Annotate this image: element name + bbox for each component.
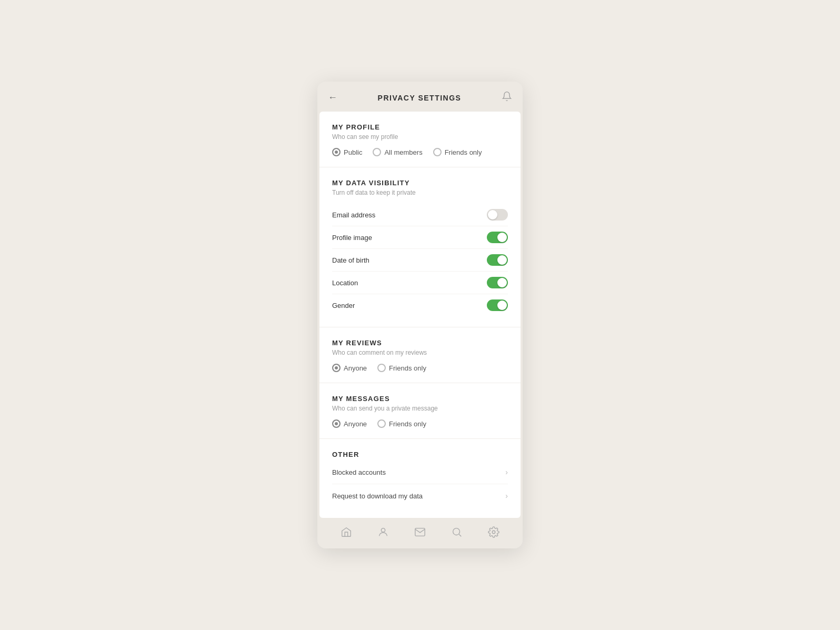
toggle-row-gender: Gender xyxy=(332,294,508,316)
radio-messages-friends-label: Friends only xyxy=(389,420,426,428)
my-messages-title: MY MESSAGES xyxy=(332,395,508,403)
bell-icon[interactable] xyxy=(502,91,512,104)
top-bar: ← PRIVACY SETTINGS xyxy=(317,82,523,112)
toggle-row-location: Location xyxy=(332,272,508,294)
radio-public-label: Public xyxy=(344,148,362,156)
my-data-title: MY DATA VISIBILITY xyxy=(332,179,508,187)
svg-rect-1 xyxy=(415,528,425,536)
reviews-option-friends-only[interactable]: Friends only xyxy=(377,364,426,372)
toggle-row-dob: Date of birth xyxy=(332,249,508,272)
radio-all-members-label: All members xyxy=(384,148,422,156)
back-icon[interactable]: ← xyxy=(328,92,337,103)
profile-option-all-members[interactable]: All members xyxy=(373,148,422,156)
my-profile-radio-group: Public All members Friends only xyxy=(332,148,508,156)
my-profile-subtitle: Who can see my profile xyxy=(332,133,508,141)
list-item-download-data[interactable]: Request to download my data › xyxy=(332,484,508,507)
toggle-location[interactable] xyxy=(487,277,508,288)
toggle-dob[interactable] xyxy=(487,254,508,266)
download-data-chevron-icon: › xyxy=(505,492,508,500)
list-item-blocked-accounts[interactable]: Blocked accounts › xyxy=(332,461,508,484)
nav-profile-icon[interactable] xyxy=(376,525,390,539)
toggle-gender-thumb xyxy=(497,301,507,310)
my-messages-radio-group: Anyone Friends only xyxy=(332,419,508,428)
toggle-gender[interactable] xyxy=(487,299,508,311)
svg-point-3 xyxy=(492,531,495,534)
messages-option-anyone[interactable]: Anyone xyxy=(332,419,367,428)
toggle-location-thumb xyxy=(497,278,507,287)
radio-reviews-friends-circle xyxy=(377,364,386,372)
radio-friends-only-label: Friends only xyxy=(445,148,482,156)
radio-reviews-friends-label: Friends only xyxy=(389,364,426,372)
other-title: OTHER xyxy=(332,451,508,458)
download-data-label: Request to download my data xyxy=(332,492,423,500)
radio-public-circle xyxy=(332,148,341,156)
toggle-dob-thumb xyxy=(497,255,507,265)
section-my-messages: MY MESSAGES Who can send you a private m… xyxy=(319,383,521,439)
toggle-row-email: Email address xyxy=(332,204,508,226)
toggle-profile-image[interactable] xyxy=(487,232,508,243)
radio-all-members-circle xyxy=(373,148,381,156)
profile-option-public[interactable]: Public xyxy=(332,148,362,156)
radio-reviews-anyone-circle xyxy=(332,364,341,372)
my-reviews-subtitle: Who can comment on my reviews xyxy=(332,349,508,356)
section-other: OTHER Blocked accounts › Request to down… xyxy=(319,439,521,518)
phone-shell: ← PRIVACY SETTINGS MY PROFILE Who can se… xyxy=(317,82,523,548)
nav-settings-icon[interactable] xyxy=(487,525,501,539)
section-my-data-visibility: MY DATA VISIBILITY Turn off data to keep… xyxy=(319,167,521,327)
messages-option-friends-only[interactable]: Friends only xyxy=(377,419,426,428)
toggle-email[interactable] xyxy=(487,209,508,221)
radio-messages-anyone-circle xyxy=(332,419,341,428)
section-my-reviews: MY REVIEWS Who can comment on my reviews… xyxy=(319,327,521,383)
radio-friends-only-circle xyxy=(433,148,442,156)
my-profile-title: MY PROFILE xyxy=(332,123,508,131)
svg-point-2 xyxy=(453,528,460,535)
radio-reviews-anyone-label: Anyone xyxy=(344,364,367,372)
nav-mail-icon[interactable] xyxy=(413,525,427,539)
nav-search-icon[interactable] xyxy=(450,525,464,539)
nav-home-icon[interactable] xyxy=(339,525,353,539)
my-reviews-title: MY REVIEWS xyxy=(332,339,508,347)
section-my-profile: MY PROFILE Who can see my profile Public… xyxy=(319,112,521,167)
radio-messages-anyone-label: Anyone xyxy=(344,420,367,428)
reviews-option-anyone[interactable]: Anyone xyxy=(332,364,367,372)
my-messages-subtitle: Who can send you a private message xyxy=(332,405,508,412)
toggle-row-profile-image: Profile image xyxy=(332,226,508,249)
my-reviews-radio-group: Anyone Friends only xyxy=(332,364,508,372)
page-title: PRIVACY SETTINGS xyxy=(378,94,462,102)
profile-option-friends-only[interactable]: Friends only xyxy=(433,148,482,156)
my-data-subtitle: Turn off data to keep it private xyxy=(332,189,508,196)
toggle-email-label: Email address xyxy=(332,211,375,219)
toggle-email-thumb xyxy=(488,210,497,219)
radio-messages-friends-circle xyxy=(377,419,386,428)
bottom-nav xyxy=(317,518,523,548)
svg-point-0 xyxy=(381,528,385,532)
content-area: MY PROFILE Who can see my profile Public… xyxy=(319,112,521,518)
toggle-profile-image-label: Profile image xyxy=(332,234,372,242)
toggle-gender-label: Gender xyxy=(332,302,355,309)
toggle-profile-image-thumb xyxy=(497,233,507,242)
blocked-accounts-chevron-icon: › xyxy=(505,468,508,476)
toggle-location-label: Location xyxy=(332,279,358,287)
blocked-accounts-label: Blocked accounts xyxy=(332,468,386,476)
toggle-dob-label: Date of birth xyxy=(332,256,369,264)
